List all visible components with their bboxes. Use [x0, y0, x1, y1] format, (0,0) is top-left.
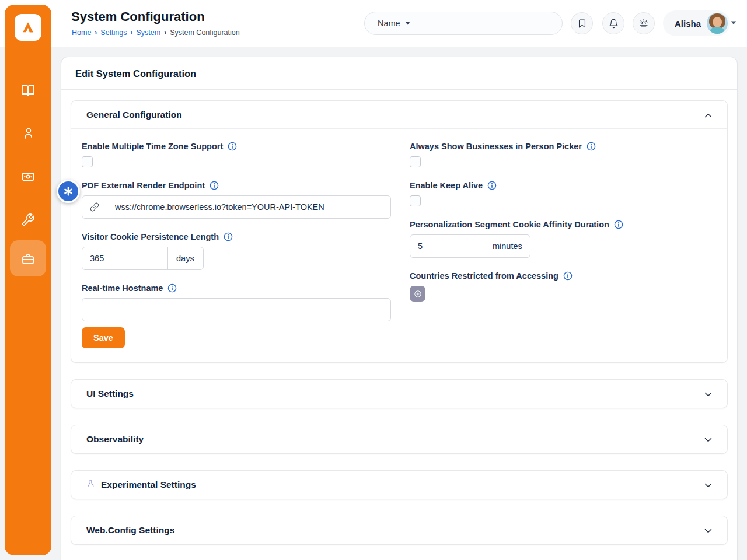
sidebar-item-tools[interactable]	[5, 206, 51, 234]
notifications-button[interactable]	[602, 12, 624, 34]
bookmarks-button[interactable]	[571, 12, 593, 34]
chevron-up-icon[interactable]	[704, 110, 712, 120]
info-icon[interactable]	[210, 181, 219, 190]
add-country-button[interactable]	[410, 286, 425, 302]
experimental-settings-title: Experimental Settings	[101, 480, 196, 490]
search-filter-dropdown[interactable]: Name	[365, 12, 420, 34]
visitor-cookie-input[interactable]	[82, 247, 167, 270]
section-experimental-settings: Experimental Settings	[71, 470, 728, 499]
breadcrumb-separator: ›	[131, 29, 133, 37]
form-column-left: Enable Multiple Time Zone Support PDF Ex…	[82, 142, 391, 348]
bookmark-icon	[577, 19, 587, 29]
sidebar-item-admin-toolbox[interactable]	[5, 245, 51, 273]
field-label-countries-restricted: Countries Restricted from Accessing	[410, 271, 558, 281]
sidebar-item-finance[interactable]	[5, 163, 51, 191]
personalization-duration-input[interactable]	[410, 235, 484, 257]
tour-asterisk-badge[interactable]	[57, 180, 80, 203]
topbar: System Configuration Home › Settings › S…	[51, 0, 747, 47]
info-icon[interactable]	[224, 232, 233, 242]
field-label-personalization-duration: Personalization Segment Cookie Affinity …	[410, 220, 609, 229]
panel-title: Edit System Configuration	[75, 68, 723, 79]
observability-header[interactable]: Observability	[71, 425, 727, 453]
chevron-down-icon[interactable]	[704, 388, 712, 399]
smart-search: Name	[364, 12, 563, 35]
rock-logo[interactable]	[15, 14, 41, 41]
briefcase-icon	[21, 252, 35, 266]
caret-down-icon	[405, 22, 410, 25]
section-observability: Observability	[71, 425, 728, 454]
sidebar	[5, 5, 51, 555]
sun-icon	[638, 18, 649, 29]
field-label-keep-alive: Enable Keep Alive	[410, 181, 483, 190]
observability-title: Observability	[86, 434, 144, 444]
avatar	[707, 13, 728, 34]
user-menu[interactable]: Alisha	[663, 10, 730, 36]
edit-system-configuration-panel: Edit System Configuration General Config…	[61, 57, 738, 560]
section-ui-settings: UI Settings	[71, 379, 728, 408]
bell-icon	[609, 19, 619, 29]
pdf-endpoint-group	[82, 195, 391, 219]
field-label-time-zone: Enable Multiple Time Zone Support	[82, 142, 223, 151]
panel-header: Edit System Configuration	[61, 57, 737, 90]
search-filter-label: Name	[378, 19, 400, 28]
info-icon[interactable]	[228, 142, 237, 151]
theme-toggle-button[interactable]	[633, 12, 655, 34]
asterisk-icon	[63, 186, 74, 197]
webconfig-settings-header[interactable]: Web.Config Settings	[71, 516, 727, 544]
field-label-pdf-endpoint: PDF External Render Endpoint	[82, 181, 205, 190]
book-open-icon	[21, 83, 35, 97]
time-zone-checkbox[interactable]	[82, 156, 93, 167]
form-column-right: Always Show Businesses in Person Picker …	[410, 142, 717, 348]
personalization-duration-unit: minutes	[484, 235, 530, 257]
field-label-show-businesses: Always Show Businesses in Person Picker	[410, 142, 582, 151]
info-icon[interactable]	[487, 181, 497, 190]
visitor-cookie-unit: days	[167, 247, 203, 270]
breadcrumb: Home › Settings › System › System Config…	[72, 29, 240, 37]
info-icon[interactable]	[587, 142, 596, 151]
personalization-duration-group: minutes	[410, 235, 530, 258]
breadcrumb-current: System Configuration	[170, 29, 240, 37]
info-icon[interactable]	[614, 220, 623, 229]
pdf-endpoint-input[interactable]	[107, 196, 390, 218]
info-icon[interactable]	[167, 284, 177, 293]
breadcrumb-settings[interactable]: Settings	[100, 29, 127, 37]
ui-settings-header[interactable]: UI Settings	[71, 380, 727, 408]
ui-settings-title: UI Settings	[86, 388, 134, 399]
visitor-cookie-group: days	[82, 247, 204, 270]
info-icon[interactable]	[563, 271, 573, 281]
user-name: Alisha	[675, 19, 701, 29]
chevron-down-icon[interactable]	[704, 525, 712, 536]
experimental-settings-header[interactable]: Experimental Settings	[71, 471, 727, 499]
flask-icon	[86, 479, 95, 491]
section-webconfig-settings: Web.Config Settings	[71, 516, 728, 545]
breadcrumb-separator: ›	[95, 29, 97, 37]
rock-logo-icon	[19, 19, 37, 36]
plus-circle-icon	[414, 290, 422, 298]
link-icon	[82, 196, 107, 218]
chevron-down-icon[interactable]	[704, 434, 712, 444]
field-label-visitor-cookie: Visitor Cookie Persistence Length	[82, 232, 219, 242]
section-general-configuration: General Configuration Enable Multiple Ti…	[71, 100, 728, 363]
general-configuration-title: General Configuration	[86, 110, 182, 120]
save-button[interactable]: Save	[82, 327, 125, 348]
user-menu-caret-icon[interactable]	[731, 21, 736, 25]
page-title: System Configuration	[71, 9, 205, 24]
field-label-realtime-hostname: Real-time Hostname	[82, 284, 163, 293]
person-icon	[21, 127, 35, 141]
money-bill-icon	[21, 170, 35, 184]
sidebar-item-people[interactable]	[5, 120, 51, 148]
show-businesses-checkbox[interactable]	[410, 156, 421, 167]
chevron-down-icon[interactable]	[704, 480, 712, 490]
wrench-icon	[21, 213, 35, 227]
keep-alive-checkbox[interactable]	[410, 195, 421, 206]
realtime-hostname-input[interactable]	[82, 298, 391, 321]
general-configuration-body: Enable Multiple Time Zone Support PDF Ex…	[71, 129, 727, 362]
sidebar-item-library[interactable]	[5, 76, 51, 104]
search-input[interactable]	[420, 12, 562, 34]
breadcrumb-system[interactable]: System	[137, 29, 161, 37]
webconfig-settings-title: Web.Config Settings	[86, 525, 174, 536]
general-configuration-header[interactable]: General Configuration	[71, 101, 727, 129]
breadcrumb-home[interactable]: Home	[72, 29, 91, 37]
breadcrumb-separator: ›	[164, 29, 166, 37]
